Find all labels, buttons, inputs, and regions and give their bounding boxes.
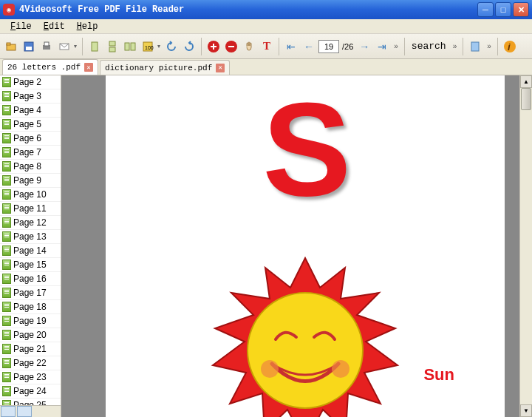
page-thumbnail-item[interactable]: Page 13 bbox=[0, 230, 61, 244]
page-icon bbox=[2, 147, 11, 157]
tab-close-icon[interactable]: ✕ bbox=[216, 64, 225, 72]
page-icon bbox=[2, 245, 11, 256]
rotate-left-button[interactable] bbox=[163, 38, 180, 55]
info-button[interactable]: i bbox=[502, 38, 518, 55]
page-item-label: Page 24 bbox=[13, 386, 47, 396]
search-overflow[interactable]: » bbox=[451, 42, 460, 50]
svg-rect-3 bbox=[26, 47, 32, 50]
save-button[interactable] bbox=[21, 38, 37, 55]
sidebar-tab-bookmarks[interactable] bbox=[17, 406, 32, 417]
page-thumbnail-item[interactable]: Page 11 bbox=[0, 202, 61, 216]
menubar: File Edit Help bbox=[0, 19, 532, 34]
page-item-label: Page 10 bbox=[13, 189, 47, 200]
page-item-label: Page 19 bbox=[13, 316, 47, 326]
close-button[interactable]: ✕ bbox=[513, 2, 529, 17]
prev-page-button[interactable]: ← bbox=[301, 38, 317, 55]
page-thumbnail-item[interactable]: Page 5 bbox=[0, 118, 61, 132]
page-icon bbox=[2, 400, 11, 405]
zoom-dropdown[interactable]: ▾ bbox=[156, 40, 162, 52]
page-icon bbox=[2, 358, 11, 368]
zoom-in-button[interactable] bbox=[205, 38, 222, 55]
facing-button[interactable] bbox=[122, 38, 138, 55]
fit-width-button[interactable]: 100 bbox=[140, 38, 156, 55]
last-page-button[interactable]: ⇥ bbox=[374, 38, 390, 55]
page-thumbnail-item[interactable]: Page 17 bbox=[0, 286, 61, 300]
svg-text:i: i bbox=[508, 41, 511, 52]
page-thumbnail-item[interactable]: Page 16 bbox=[0, 272, 61, 286]
thumbnails-sidebar: Page 2Page 3Page 4Page 5Page 6Page 7Page… bbox=[0, 75, 61, 417]
menu-edit[interactable]: Edit bbox=[38, 20, 71, 33]
page-thumbnail-item[interactable]: Page 3 bbox=[0, 89, 61, 104]
svg-rect-7 bbox=[92, 42, 98, 51]
bookmark-button[interactable] bbox=[467, 38, 483, 55]
svg-rect-10 bbox=[125, 43, 129, 50]
vertical-scrollbar[interactable]: ▲ ▼ bbox=[519, 75, 532, 417]
page-icon bbox=[2, 119, 11, 129]
tab-close-icon[interactable]: ✕ bbox=[84, 63, 93, 72]
zoom-out-button[interactable] bbox=[223, 38, 239, 55]
page-thumbnail-item[interactable]: Page 12 bbox=[0, 216, 61, 230]
page-thumbnail-item[interactable]: Page 18 bbox=[0, 300, 61, 314]
page-number-input[interactable] bbox=[318, 40, 339, 53]
toolbar: ▾ 100 ▾ T ⇤ ← /26 → ⇥ » search » » i bbox=[0, 34, 532, 59]
scroll-thumb[interactable] bbox=[521, 88, 531, 110]
toolbar-overflow-2[interactable]: » bbox=[485, 42, 494, 50]
svg-rect-9 bbox=[109, 47, 115, 52]
svg-rect-5 bbox=[44, 42, 49, 46]
tab-dictionary-picture[interactable]: dictionary picture.pdf ✕ bbox=[100, 60, 230, 75]
page-thumbnail-item[interactable]: Page 6 bbox=[0, 132, 61, 146]
page-item-label: Page 12 bbox=[13, 217, 47, 228]
window-controls: ─ □ ✕ bbox=[477, 2, 529, 17]
page-thumbnail-item[interactable]: Page 23 bbox=[0, 370, 61, 384]
search-label[interactable]: search bbox=[409, 41, 449, 52]
svg-rect-16 bbox=[471, 42, 479, 51]
page-icon bbox=[2, 274, 11, 284]
page-thumbnail-item[interactable]: Page 10 bbox=[0, 188, 61, 202]
toolbar-overflow-1[interactable]: » bbox=[392, 42, 400, 50]
page-list[interactable]: Page 2Page 3Page 4Page 5Page 6Page 7Page… bbox=[0, 75, 61, 405]
maximize-button[interactable]: □ bbox=[495, 2, 511, 17]
svg-point-21 bbox=[261, 360, 279, 378]
page-item-label: Page 15 bbox=[13, 260, 47, 270]
page-thumbnail-item[interactable]: Page 25 bbox=[0, 399, 61, 405]
page-item-label: Page 14 bbox=[13, 245, 47, 256]
hand-tool-button[interactable] bbox=[241, 38, 257, 55]
tab-26-letters[interactable]: 26 letters .pdf ✕ bbox=[2, 59, 98, 75]
sidebar-tab-thumbnails[interactable] bbox=[1, 406, 16, 417]
page-thumbnail-item[interactable]: Page 9 bbox=[0, 174, 61, 188]
page-thumbnail-item[interactable]: Page 21 bbox=[0, 342, 61, 356]
page-thumbnail-item[interactable]: Page 20 bbox=[0, 328, 61, 342]
scroll-up-button[interactable]: ▲ bbox=[520, 75, 532, 88]
page-thumbnail-item[interactable]: Page 4 bbox=[0, 104, 61, 118]
rotate-right-button[interactable] bbox=[181, 38, 197, 55]
text-select-button[interactable]: T bbox=[259, 38, 275, 55]
menu-file[interactable]: File bbox=[4, 20, 38, 33]
app-icon: ◉ bbox=[3, 4, 15, 16]
page-thumbnail-item[interactable]: Page 24 bbox=[0, 384, 61, 399]
sidebar-footer bbox=[0, 405, 61, 417]
svg-point-20 bbox=[248, 293, 363, 408]
page-thumbnail-item[interactable]: Page 22 bbox=[0, 356, 61, 370]
scroll-down-button[interactable]: ▼ bbox=[520, 404, 532, 417]
email-button[interactable] bbox=[56, 38, 72, 55]
minimize-button[interactable]: ─ bbox=[477, 2, 494, 17]
page-thumbnail-item[interactable]: Page 15 bbox=[0, 258, 61, 272]
page-thumbnail-item[interactable]: Page 7 bbox=[0, 146, 61, 160]
page-canvas[interactable]: S bbox=[106, 75, 505, 417]
email-dropdown[interactable]: ▾ bbox=[72, 40, 78, 52]
first-page-button[interactable]: ⇤ bbox=[283, 38, 299, 55]
open-button[interactable] bbox=[3, 38, 19, 55]
page-thumbnail-item[interactable]: Page 19 bbox=[0, 314, 61, 328]
next-page-button[interactable]: → bbox=[356, 38, 372, 55]
print-button[interactable] bbox=[38, 38, 55, 55]
page-thumbnail-item[interactable]: Page 14 bbox=[0, 244, 61, 258]
page-icon bbox=[2, 91, 11, 101]
menu-help[interactable]: Help bbox=[71, 20, 104, 33]
page-thumbnail-item[interactable]: Page 2 bbox=[0, 75, 61, 89]
page-thumbnail-item[interactable]: Page 8 bbox=[0, 160, 61, 174]
svg-rect-11 bbox=[131, 43, 135, 50]
page-icon bbox=[2, 330, 11, 340]
single-page-button[interactable] bbox=[86, 38, 103, 55]
continuous-button[interactable] bbox=[104, 38, 120, 55]
page-item-label: Page 8 bbox=[13, 161, 41, 172]
